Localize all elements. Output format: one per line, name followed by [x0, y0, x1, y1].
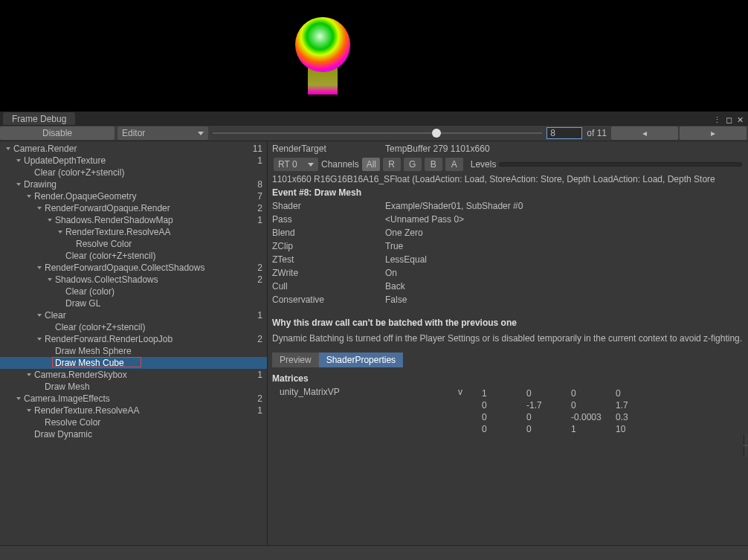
tree-row[interactable]: Shadows.CollectShadows2 — [0, 274, 267, 286]
frame-number-input[interactable] — [547, 127, 582, 139]
tree-row[interactable]: Draw Mesh Cube — [0, 357, 267, 369]
tree-item-label: RenderTexture.ResolveAA — [65, 227, 170, 237]
tree-row[interactable]: Camera.RenderSkybox1 — [0, 369, 267, 381]
expand-icon[interactable] — [37, 266, 42, 269]
tree-row[interactable]: RenderForwardOpaque.CollectShadows2 — [0, 262, 267, 274]
target-dropdown[interactable]: Editor — [117, 126, 208, 140]
expand-icon[interactable] — [37, 338, 42, 341]
expand-icon[interactable] — [48, 278, 52, 281]
tree-row[interactable]: Draw Mesh — [0, 381, 267, 393]
tree-row[interactable]: Drawing8 — [0, 178, 267, 190]
render-target-label: RenderTarget — [272, 144, 385, 154]
property-value: One Zero — [385, 228, 423, 238]
rendered-sphere — [295, 17, 350, 72]
expand-icon[interactable] — [16, 397, 21, 400]
window-controls: ⋮ ◻ ✕ — [713, 115, 748, 125]
shader-property-row: ZWriteOn — [268, 266, 748, 280]
shader-property-row: ZTestLessEqual — [268, 253, 748, 266]
frame-debug-tab[interactable]: Frame Debug — [3, 112, 75, 125]
tree-item-count: 1 — [257, 310, 262, 321]
channel-g-button[interactable]: G — [404, 158, 422, 171]
tree-item-label: RenderTexture.ResolveAA — [34, 405, 139, 416]
levels-label: Levels — [471, 159, 497, 170]
event-title: Event #8: Draw Mesh — [268, 186, 748, 199]
tree-item-count: 2 — [257, 274, 262, 285]
tree-row[interactable]: RenderTexture.ResolveAA — [0, 226, 267, 238]
tree-item-label: Camera.ImageEffects — [24, 393, 110, 404]
shader-property-row: BlendOne Zero — [268, 226, 748, 239]
channel-r-button[interactable]: R — [383, 158, 401, 171]
frame-slider-handle[interactable] — [432, 129, 441, 138]
undock-icon[interactable]: ◻ — [726, 115, 732, 125]
expand-icon[interactable] — [6, 147, 10, 150]
matrix-cell: 0.3 — [616, 412, 659, 422]
kebab-icon[interactable]: ⋮ — [713, 115, 721, 125]
levels-slider[interactable] — [499, 162, 742, 167]
tree-item-label: Clear — [45, 310, 66, 321]
disable-button[interactable]: Disable — [0, 126, 115, 140]
expand-icon[interactable] — [27, 409, 31, 412]
tree-row[interactable]: Resolve Color — [0, 238, 267, 250]
tree-row[interactable]: Clear1 — [0, 309, 267, 321]
channels-label: Channels — [321, 159, 359, 170]
matrix-cell: 1 — [571, 424, 614, 434]
tree-item-count: 2 — [257, 263, 262, 273]
tree-item-label: Draw Mesh Sphere — [55, 346, 132, 356]
tree-item-label: Shadows.RenderShadowMap — [55, 215, 173, 225]
drawcall-tree[interactable]: Camera.Render11UpdateDepthTexture1Clear … — [0, 141, 268, 545]
expand-icon[interactable] — [16, 159, 21, 162]
next-frame-button[interactable]: ▸ — [680, 126, 747, 140]
prev-frame-button[interactable]: ◂ — [611, 126, 678, 140]
tree-row[interactable]: Camera.Render11 — [0, 143, 267, 155]
panel-footer — [0, 545, 748, 560]
tree-row[interactable]: Clear (color) — [0, 286, 267, 297]
channel-all-button[interactable]: All — [362, 158, 380, 171]
tree-item-label: Camera.RenderSkybox — [34, 370, 127, 380]
channel-a-button[interactable]: A — [445, 158, 463, 171]
expand-icon[interactable] — [37, 207, 42, 210]
expand-icon[interactable] — [27, 373, 31, 376]
tree-item-label: RenderForwardOpaque.CollectShadows — [45, 263, 204, 273]
matrix-cell: 0 — [526, 388, 570, 399]
tree-row[interactable]: RenderForward.RenderLoopJob2 — [0, 333, 267, 345]
preview-tab-button[interactable]: Preview — [272, 353, 319, 367]
tree-item-label: Draw Mesh — [45, 382, 90, 392]
shader-property-row: ShaderExample/Shader01, SubShader #0 — [268, 199, 748, 213]
property-value: LessEqual — [385, 254, 427, 265]
tree-row[interactable]: Camera.ImageEffects2 — [0, 393, 267, 405]
tree-row[interactable]: Clear (color+Z+stencil) — [0, 250, 267, 262]
expand-icon[interactable] — [58, 231, 62, 234]
rt-dropdown[interactable]: RT 0 — [274, 158, 318, 171]
tree-row[interactable]: Draw GL — [0, 297, 267, 309]
frame-slider[interactable] — [208, 126, 547, 140]
tree-row[interactable]: Render.OpaqueGeometry7 — [0, 190, 267, 202]
expand-icon[interactable] — [16, 183, 21, 186]
tree-row[interactable]: RenderForwardOpaque.Render2 — [0, 202, 267, 214]
tree-row[interactable]: Draw Dynamic — [0, 428, 267, 440]
side-tab-strip[interactable]: ⋮ — [744, 434, 748, 457]
tree-item-label: Render.OpaqueGeometry — [34, 191, 136, 202]
expand-icon[interactable] — [27, 195, 31, 198]
shaderproperties-tab-button[interactable]: ShaderProperties — [319, 353, 403, 367]
channel-b-button[interactable]: B — [425, 158, 442, 171]
panel-tab-bar: Frame Debug ⋮ ◻ ✕ — [0, 112, 748, 125]
expand-icon[interactable] — [37, 314, 42, 317]
expand-icon[interactable] — [48, 219, 52, 222]
tree-row[interactable]: Resolve Color — [0, 416, 267, 428]
property-value: <Unnamed Pass 0> — [385, 214, 464, 225]
tree-row[interactable]: Draw Mesh Sphere — [0, 345, 267, 357]
tree-item-label: Shadows.CollectShadows — [55, 274, 158, 285]
chevron-down-icon — [198, 132, 204, 135]
tree-row[interactable]: UpdateDepthTexture1 — [0, 155, 267, 167]
tree-row[interactable]: Shadows.RenderShadowMap1 — [0, 214, 267, 226]
property-value: Example/Shader01, SubShader #0 — [385, 201, 523, 211]
chevron-down-icon — [308, 163, 314, 167]
tree-item-count: 1 — [257, 215, 262, 225]
tree-item-count: 1 — [257, 155, 262, 166]
tree-row[interactable]: Clear (color+Z+stencil) — [0, 167, 267, 178]
matrix-cell: 0 — [616, 388, 659, 399]
tree-row[interactable]: RenderTexture.ResolveAA1 — [0, 405, 267, 416]
tree-row[interactable]: Clear (color+Z+stencil) — [0, 321, 267, 333]
close-icon[interactable]: ✕ — [737, 115, 744, 125]
tree-item-count: 7 — [257, 191, 262, 202]
